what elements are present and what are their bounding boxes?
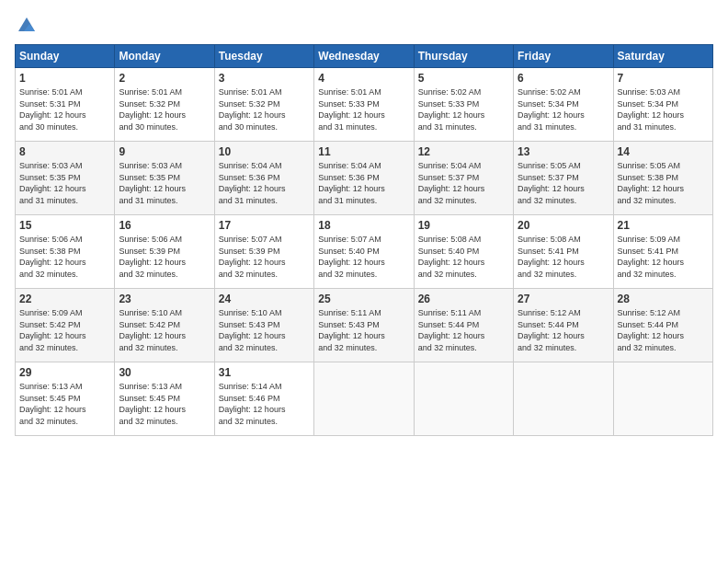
- calendar-table: SundayMondayTuesdayWednesdayThursdayFrid…: [15, 44, 713, 436]
- day-number: 17: [219, 219, 310, 232]
- calendar-cell: 14Sunrise: 5:05 AM Sunset: 5:38 PM Dayli…: [613, 142, 712, 215]
- day-number: 20: [518, 219, 609, 232]
- day-number: 26: [418, 293, 509, 305]
- day-number: 1: [19, 72, 110, 85]
- day-info: Sunrise: 5:05 AM Sunset: 5:38 PM Dayligh…: [618, 160, 709, 206]
- calendar-cell: 13Sunrise: 5:05 AM Sunset: 5:37 PM Dayli…: [514, 142, 613, 215]
- calendar-cell: 2Sunrise: 5:01 AM Sunset: 5:32 PM Daylig…: [115, 68, 214, 142]
- day-info: Sunrise: 5:08 AM Sunset: 5:41 PM Dayligh…: [518, 234, 609, 280]
- day-number: 25: [318, 293, 409, 305]
- calendar-cell: 1Sunrise: 5:01 AM Sunset: 5:31 PM Daylig…: [16, 68, 115, 142]
- day-number: 18: [318, 219, 409, 232]
- calendar-cell: 7Sunrise: 5:03 AM Sunset: 5:34 PM Daylig…: [613, 68, 712, 142]
- day-info: Sunrise: 5:03 AM Sunset: 5:34 PM Dayligh…: [618, 86, 709, 132]
- calendar-cell: 26Sunrise: 5:11 AM Sunset: 5:44 PM Dayli…: [414, 289, 513, 362]
- header-friday: Friday: [514, 45, 613, 68]
- day-number: 9: [119, 145, 210, 158]
- day-info: Sunrise: 5:13 AM Sunset: 5:45 PM Dayligh…: [119, 381, 210, 427]
- calendar-cell: 31Sunrise: 5:14 AM Sunset: 5:46 PM Dayli…: [214, 362, 313, 436]
- calendar-week-5: 29Sunrise: 5:13 AM Sunset: 5:45 PM Dayli…: [16, 362, 713, 436]
- day-info: Sunrise: 5:14 AM Sunset: 5:46 PM Dayligh…: [219, 381, 310, 427]
- header-monday: Monday: [115, 45, 214, 68]
- day-number: 13: [518, 145, 609, 158]
- day-number: 23: [119, 293, 210, 305]
- day-info: Sunrise: 5:09 AM Sunset: 5:42 PM Dayligh…: [19, 307, 110, 353]
- day-number: 28: [618, 293, 709, 305]
- day-info: Sunrise: 5:04 AM Sunset: 5:37 PM Dayligh…: [418, 160, 509, 206]
- day-number: 11: [318, 145, 409, 158]
- calendar-cell: [414, 362, 513, 436]
- day-info: Sunrise: 5:08 AM Sunset: 5:40 PM Dayligh…: [418, 234, 509, 280]
- header-wednesday: Wednesday: [314, 45, 414, 68]
- calendar-cell: 29Sunrise: 5:13 AM Sunset: 5:45 PM Dayli…: [16, 362, 115, 436]
- header-tuesday: Tuesday: [214, 45, 313, 68]
- day-info: Sunrise: 5:05 AM Sunset: 5:37 PM Dayligh…: [518, 160, 609, 206]
- day-number: 3: [219, 72, 310, 85]
- calendar-cell: 28Sunrise: 5:12 AM Sunset: 5:44 PM Dayli…: [613, 289, 712, 362]
- day-info: Sunrise: 5:10 AM Sunset: 5:43 PM Dayligh…: [219, 307, 310, 353]
- day-number: 4: [318, 72, 409, 85]
- day-number: 5: [418, 72, 509, 85]
- day-number: 12: [418, 145, 509, 158]
- day-number: 10: [219, 145, 310, 158]
- calendar-cell: 21Sunrise: 5:09 AM Sunset: 5:41 PM Dayli…: [613, 215, 712, 289]
- day-info: Sunrise: 5:07 AM Sunset: 5:39 PM Dayligh…: [219, 234, 310, 280]
- calendar-cell: 20Sunrise: 5:08 AM Sunset: 5:41 PM Dayli…: [514, 215, 613, 289]
- day-info: Sunrise: 5:10 AM Sunset: 5:42 PM Dayligh…: [119, 307, 210, 353]
- calendar-cell: [514, 362, 613, 436]
- calendar-cell: 10Sunrise: 5:04 AM Sunset: 5:36 PM Dayli…: [214, 142, 313, 215]
- calendar-cell: 25Sunrise: 5:11 AM Sunset: 5:43 PM Dayli…: [314, 289, 414, 362]
- day-number: 8: [19, 145, 110, 158]
- day-info: Sunrise: 5:06 AM Sunset: 5:38 PM Dayligh…: [19, 234, 110, 280]
- day-number: 19: [418, 219, 509, 232]
- day-info: Sunrise: 5:12 AM Sunset: 5:44 PM Dayligh…: [518, 307, 609, 353]
- calendar-cell: 6Sunrise: 5:02 AM Sunset: 5:34 PM Daylig…: [514, 68, 613, 142]
- calendar-cell: 18Sunrise: 5:07 AM Sunset: 5:40 PM Dayli…: [314, 215, 414, 289]
- day-number: 7: [618, 72, 709, 85]
- logo-icon: [17, 15, 37, 35]
- calendar-cell: 5Sunrise: 5:02 AM Sunset: 5:33 PM Daylig…: [414, 68, 513, 142]
- day-number: 30: [119, 366, 210, 379]
- calendar-cell: 23Sunrise: 5:10 AM Sunset: 5:42 PM Dayli…: [115, 289, 214, 362]
- day-number: 6: [518, 72, 609, 85]
- day-number: 2: [119, 72, 210, 85]
- calendar-cell: 12Sunrise: 5:04 AM Sunset: 5:37 PM Dayli…: [414, 142, 513, 215]
- calendar-cell: [314, 362, 414, 436]
- day-info: Sunrise: 5:12 AM Sunset: 5:44 PM Dayligh…: [618, 307, 709, 353]
- header-thursday: Thursday: [414, 45, 513, 68]
- calendar-cell: 11Sunrise: 5:04 AM Sunset: 5:36 PM Dayli…: [314, 142, 414, 215]
- day-info: Sunrise: 5:03 AM Sunset: 5:35 PM Dayligh…: [119, 160, 210, 206]
- calendar-week-1: 1Sunrise: 5:01 AM Sunset: 5:31 PM Daylig…: [16, 68, 713, 142]
- calendar-cell: 22Sunrise: 5:09 AM Sunset: 5:42 PM Dayli…: [16, 289, 115, 362]
- calendar-cell: 3Sunrise: 5:01 AM Sunset: 5:32 PM Daylig…: [214, 68, 313, 142]
- day-info: Sunrise: 5:06 AM Sunset: 5:39 PM Dayligh…: [119, 234, 210, 280]
- day-number: 27: [518, 293, 609, 305]
- day-info: Sunrise: 5:01 AM Sunset: 5:32 PM Dayligh…: [119, 86, 210, 132]
- calendar-cell: 30Sunrise: 5:13 AM Sunset: 5:45 PM Dayli…: [115, 362, 214, 436]
- header-saturday: Saturday: [613, 45, 712, 68]
- day-number: 16: [119, 219, 210, 232]
- day-number: 15: [19, 219, 110, 232]
- header-row: SundayMondayTuesdayWednesdayThursdayFrid…: [16, 45, 713, 68]
- day-info: Sunrise: 5:11 AM Sunset: 5:44 PM Dayligh…: [418, 307, 509, 353]
- day-number: 29: [19, 366, 110, 379]
- day-info: Sunrise: 5:01 AM Sunset: 5:32 PM Dayligh…: [219, 86, 310, 132]
- header: [15, 15, 713, 35]
- day-info: Sunrise: 5:04 AM Sunset: 5:36 PM Dayligh…: [219, 160, 310, 206]
- logo: [15, 15, 37, 35]
- day-number: 24: [219, 293, 310, 305]
- day-info: Sunrise: 5:09 AM Sunset: 5:41 PM Dayligh…: [618, 234, 709, 280]
- calendar-cell: 9Sunrise: 5:03 AM Sunset: 5:35 PM Daylig…: [115, 142, 214, 215]
- calendar-cell: 8Sunrise: 5:03 AM Sunset: 5:35 PM Daylig…: [16, 142, 115, 215]
- day-info: Sunrise: 5:01 AM Sunset: 5:31 PM Dayligh…: [19, 86, 110, 132]
- calendar-week-2: 8Sunrise: 5:03 AM Sunset: 5:35 PM Daylig…: [16, 142, 713, 215]
- calendar-cell: [613, 362, 712, 436]
- day-info: Sunrise: 5:03 AM Sunset: 5:35 PM Dayligh…: [19, 160, 110, 206]
- calendar-cell: 17Sunrise: 5:07 AM Sunset: 5:39 PM Dayli…: [214, 215, 313, 289]
- page-container: SundayMondayTuesdayWednesdayThursdayFrid…: [0, 0, 728, 445]
- day-info: Sunrise: 5:02 AM Sunset: 5:33 PM Dayligh…: [418, 86, 509, 132]
- header-sunday: Sunday: [16, 45, 115, 68]
- calendar-cell: 16Sunrise: 5:06 AM Sunset: 5:39 PM Dayli…: [115, 215, 214, 289]
- calendar-cell: 4Sunrise: 5:01 AM Sunset: 5:33 PM Daylig…: [314, 68, 414, 142]
- calendar-cell: 27Sunrise: 5:12 AM Sunset: 5:44 PM Dayli…: [514, 289, 613, 362]
